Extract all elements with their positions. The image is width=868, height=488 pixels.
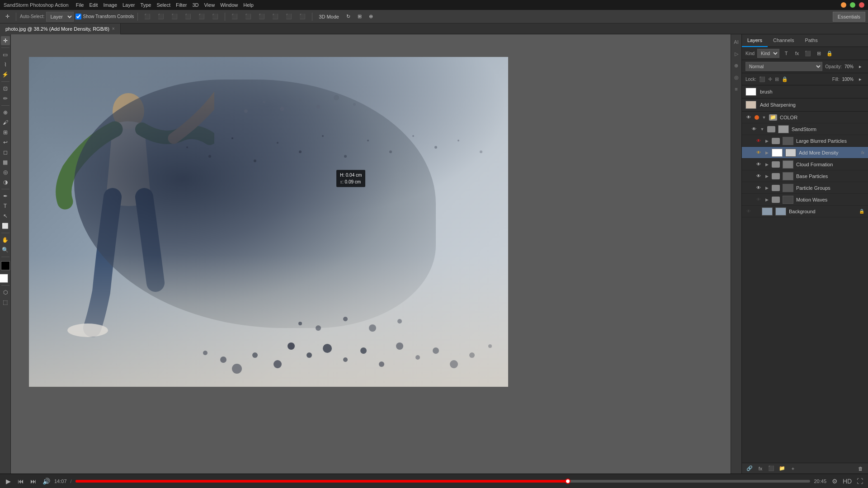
move-tool-btn[interactable]: ✛ xyxy=(3,12,12,22)
history-brush-tool[interactable]: ↩ xyxy=(1,138,10,147)
timeline-mute-btn[interactable]: 🔊 xyxy=(42,477,51,486)
link-layers-btn[interactable]: 🔗 xyxy=(745,465,754,473)
rotate-3d-btn[interactable]: ↻ xyxy=(344,12,353,22)
layer-item-particle-groups[interactable]: 👁 ▶ Particle Groups xyxy=(742,182,868,194)
align-center-v-btn[interactable]: ⬛ xyxy=(196,12,208,22)
menu-image[interactable]: Image xyxy=(103,2,117,8)
type-tool[interactable]: T xyxy=(1,202,10,211)
visibility-sandstorm[interactable]: 👁 xyxy=(751,126,757,132)
distribute-center-h-btn[interactable]: ⬛ xyxy=(242,12,254,22)
blur-tool[interactable]: ◎ xyxy=(1,168,10,177)
tab-close-icon[interactable]: × xyxy=(112,26,115,31)
auto-select-dropdown[interactable]: Layer Group xyxy=(46,12,74,22)
3d-mode-btn[interactable]: 3D Mode xyxy=(316,12,342,22)
menu-edit[interactable]: Edit xyxy=(89,2,98,8)
timeline-hd-btn[interactable]: HD xyxy=(843,477,852,486)
layer-item-motion-waves[interactable]: 👁 ▶ Motion Waves xyxy=(742,194,868,206)
distribute-right-btn[interactable]: ⬛ xyxy=(256,12,268,22)
arrange-btn[interactable]: ⊞ xyxy=(355,12,364,22)
lasso-tool[interactable]: ⌇ xyxy=(1,60,10,69)
expand-particle-groups[interactable]: ▶ xyxy=(764,186,769,190)
delete-layer-btn[interactable]: 🗑 xyxy=(856,465,864,473)
menu-type[interactable]: Type xyxy=(141,2,151,8)
stamp-tool[interactable]: ⊞ xyxy=(1,128,10,137)
tab-paths[interactable]: Paths xyxy=(800,34,823,47)
essentials-button[interactable]: Essentials xyxy=(833,12,865,22)
ai-btn-4[interactable]: ◎ xyxy=(732,73,741,81)
fill-adjust-btn[interactable]: ▸ xyxy=(856,75,864,83)
menu-window[interactable]: Window xyxy=(220,2,238,8)
lock-art-btn[interactable]: ⊞ xyxy=(775,76,779,82)
align-right-btn[interactable]: ⬛ xyxy=(169,12,180,22)
filter-mask-btn[interactable]: ⬛ xyxy=(804,49,812,57)
layer-item-add-density[interactable]: 👁 ▶ Add More Density fx xyxy=(742,147,868,159)
healing-tool[interactable]: ⊕ xyxy=(1,108,10,117)
visibility-cloud[interactable]: 👁 xyxy=(755,161,762,168)
menu-select[interactable]: Select xyxy=(156,2,170,8)
gradient-tool[interactable]: ▦ xyxy=(1,158,10,167)
pen-tool[interactable]: ✒ xyxy=(1,192,10,201)
add-style-btn[interactable]: fx xyxy=(756,465,764,473)
eyedropper-tool[interactable]: ✏ xyxy=(1,94,10,103)
opacity-adjust-btn[interactable]: ▸ xyxy=(856,62,864,70)
lock-all-btn[interactable]: 🔒 xyxy=(782,76,788,82)
tab-layers[interactable]: Layers xyxy=(742,34,768,47)
expand-sandstorm[interactable]: ▼ xyxy=(760,127,764,131)
filter-fx-btn[interactable]: fx xyxy=(793,49,801,57)
layer-item-background[interactable]: 👁 Background 🔒 xyxy=(742,206,868,217)
menu-layer[interactable]: Layer xyxy=(123,2,135,8)
hand-tool[interactable]: ✋ xyxy=(1,235,10,244)
visibility-add-density[interactable]: 👁 xyxy=(755,150,762,156)
distribute-left-btn[interactable]: ⬛ xyxy=(229,12,241,22)
new-layer-btn[interactable]: + xyxy=(789,465,797,473)
ai-btn-3[interactable]: ⊕ xyxy=(732,61,741,70)
timeline-play-btn[interactable]: ▶ xyxy=(4,477,13,486)
add-sharpening-item[interactable]: Add Sharpening xyxy=(742,99,868,112)
canvas-area[interactable]: H: 0.04 cm ↕: 0.09 cm xyxy=(11,34,731,474)
quick-mask-tool[interactable]: ⬡ xyxy=(1,288,10,297)
show-transform-checkbox[interactable] xyxy=(75,14,81,19)
move-tool[interactable]: ✛ xyxy=(1,36,10,45)
visibility-particle-groups[interactable]: 👁 xyxy=(755,185,762,191)
active-tab[interactable]: photo.jpg @ 38.2% (Add More Density, RGB… xyxy=(0,23,121,34)
align-center-h-btn[interactable]: ⬛ xyxy=(155,12,167,22)
filter-type-btn[interactable]: T xyxy=(782,49,790,57)
tab-channels[interactable]: Channels xyxy=(768,34,799,47)
visibility-background[interactable]: 👁 xyxy=(745,208,752,215)
layer-item-sandstorm[interactable]: 👁 ▼ SandStorm xyxy=(742,123,868,135)
layer-item-color[interactable]: 👁 ▼ 📁 COLOR xyxy=(742,112,868,123)
layer-item-large-blurred[interactable]: 👁 ▶ Large Blurred Particles xyxy=(742,135,868,147)
add-mask-btn[interactable]: ⬛ xyxy=(767,465,775,473)
filter-smart-btn[interactable]: ⊞ xyxy=(815,49,823,57)
marquee-tool[interactable]: ▭ xyxy=(1,50,10,59)
lock-pixel-btn[interactable]: ⬛ xyxy=(759,76,765,82)
expand-large-blurred[interactable]: ▶ xyxy=(764,139,769,143)
extras-btn[interactable]: ⊕ xyxy=(366,12,376,22)
dodge-tool[interactable]: ◑ xyxy=(1,178,10,187)
visibility-base-particles[interactable]: 👁 xyxy=(755,173,762,179)
distribute-center-v-btn[interactable]: ⬛ xyxy=(283,12,295,22)
menu-3d[interactable]: 3D xyxy=(192,2,198,8)
crop-tool[interactable]: ⊡ xyxy=(1,84,10,93)
magic-wand-tool[interactable]: ⚡ xyxy=(1,70,10,79)
timeline-prev-btn[interactable]: ⏮ xyxy=(16,477,25,486)
timeline-settings-btn[interactable]: ⚙ xyxy=(830,477,839,486)
timeline-handle[interactable] xyxy=(565,479,571,484)
visibility-large-blurred[interactable]: 👁 xyxy=(755,138,762,144)
timeline-fullscreen-btn[interactable]: ⛶ xyxy=(855,477,864,486)
lock-pos-btn[interactable]: ✛ xyxy=(768,76,772,82)
eraser-tool[interactable]: ◻ xyxy=(1,148,10,157)
show-transform-label[interactable]: Show Transform Controls xyxy=(75,14,134,19)
timeline-next-btn[interactable]: ⏭ xyxy=(29,477,38,486)
layer-item-cloud[interactable]: 👁 ▶ Cloud Formation xyxy=(742,159,868,170)
visibility-motion-waves[interactable]: 👁 xyxy=(755,197,762,203)
ai-btn-5[interactable]: ≡ xyxy=(732,85,741,93)
expand-add-density[interactable]: ▶ xyxy=(764,150,769,155)
brush-tool[interactable]: 🖌 xyxy=(1,118,10,127)
background-color[interactable] xyxy=(0,274,8,283)
menu-help[interactable]: Help xyxy=(243,2,254,8)
ai-btn-1[interactable]: AI xyxy=(732,38,741,46)
visibility-color[interactable]: 👁 xyxy=(745,114,752,121)
expand-cloud[interactable]: ▶ xyxy=(764,162,769,167)
distribute-top-btn[interactable]: ⬛ xyxy=(269,12,281,22)
